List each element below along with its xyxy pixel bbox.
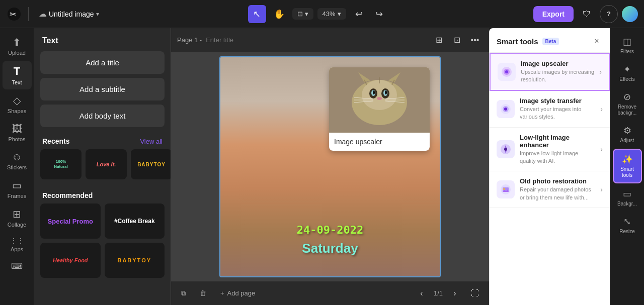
sidebar-item-photos[interactable]: 🖼 Photos (3, 119, 32, 146)
recent-item-love[interactable]: Love it. (86, 149, 127, 179)
fullscreen-button[interactable]: ⛶ (467, 285, 483, 301)
main-area: ⬆ Upload T Text ◇ Shapes 🖼 Photos ☺ Stic… (0, 28, 644, 305)
page-title-input[interactable] (206, 36, 290, 44)
cat-card[interactable]: Image upscaler (329, 67, 430, 151)
adjust-button[interactable]: ⚙ Adjust (613, 121, 642, 148)
sidebar-item-collage[interactable]: ⊞ Collage (3, 204, 32, 232)
add-page-button[interactable]: + Add page (216, 287, 259, 299)
smart-tool-item-photo-restoration[interactable]: Old photo restoration Repair your damage… (490, 171, 610, 208)
canvas-toolbar: Page 1 - ⊞ ⊡ ••• (171, 28, 489, 52)
low-light-title: Low-light image enhancer (520, 134, 595, 149)
sidebar-item-label-frames: Frames (8, 193, 26, 199)
canvas-grid-button[interactable]: ⊡ (449, 32, 465, 48)
canvas-layout-button[interactable]: ⊞ (431, 32, 447, 48)
smart-tools-close-button[interactable]: × (591, 35, 603, 47)
filters-button[interactable]: ◫ Filters (613, 32, 642, 59)
prev-page-button[interactable]: ‹ (414, 285, 430, 301)
rec-item-special-promo[interactable]: Special Promo (40, 204, 101, 239)
adjust-icon: ⚙ (623, 125, 631, 136)
view-all-button[interactable]: View all (140, 138, 163, 145)
remove-bg-icon: ⊘ (623, 91, 631, 103)
recent-item-natural[interactable]: 100%Natural (40, 149, 82, 179)
sidebar-item-keyboard[interactable]: ⌨ (3, 257, 32, 275)
filters-icon: ◫ (623, 36, 631, 47)
right-sidebar: ◫ Filters ✦ Effects ⊘ Removebackgr... ⚙ … (610, 28, 644, 305)
canvas-more-button[interactable]: ••• (467, 32, 483, 48)
delete-page-button[interactable]: 🗑 (196, 287, 210, 299)
topbar: ✂ ☁ Untitled image ▾ ↖ ✋ ⊡ ▾ 43% ▾ ↩ ↪ E… (0, 0, 644, 28)
pointer-tool-button[interactable]: ↖ (248, 5, 266, 23)
duplicate-page-button[interactable]: ⧉ (177, 287, 190, 299)
smart-tool-item-style-transfer[interactable]: Image style transfer Convert your images… (490, 91, 610, 128)
left-icon-sidebar: ⬆ Upload T Text ◇ Shapes 🖼 Photos ☺ Stic… (0, 28, 34, 305)
zoom-value: 43% (323, 10, 336, 18)
document-name: Untitled image (49, 10, 94, 18)
cat-label: Image upscaler (329, 133, 430, 151)
sidebar-item-shapes[interactable]: ◇ Shapes (3, 90, 32, 118)
sidebar-item-frames[interactable]: ▭ Frames (3, 175, 32, 203)
recent-natural-text: 100%Natural (54, 159, 68, 169)
photo-restoration-title: Old photo restoration (520, 177, 595, 185)
photo-restoration-icon (497, 180, 515, 198)
panel-title: Text (34, 28, 171, 51)
recent-item-babytoy[interactable]: BABYTOY (131, 149, 171, 179)
low-light-icon (497, 140, 515, 158)
rec-item-healthy-food[interactable]: Healthy Food (40, 243, 101, 278)
smart-tools-title: Smart tools Beta (497, 37, 559, 46)
style-transfer-text: Image style transfer Convert your images… (520, 97, 595, 121)
shield-button[interactable]: 🛡 (578, 5, 596, 23)
chevron-right-icon-2: › (600, 105, 603, 113)
background-icon: ▭ (623, 188, 631, 199)
canvas-image[interactable]: 24-09-2022 Saturday (219, 56, 441, 277)
remove-bg-label: Removebackgr... (618, 104, 637, 116)
canvas-scroll[interactable]: 24-09-2022 Saturday (171, 52, 489, 281)
resize-button[interactable]: ⤡ Resize (613, 212, 642, 239)
undo-button[interactable]: ↩ (350, 5, 368, 23)
canvas-area: Page 1 - ⊞ ⊡ ••• 24-09-2022 Saturday (171, 28, 489, 305)
image-upscaler-text: Image upscaler Upscale images by increas… (521, 60, 594, 84)
style-transfer-desc: Convert your images into various styles. (520, 106, 595, 121)
sidebar-item-text[interactable]: T Text (3, 61, 32, 89)
redo-button[interactable]: ↪ (370, 5, 388, 23)
background-button[interactable]: ▭ Backgr... (613, 184, 642, 211)
smart-tools-sidebar-button[interactable]: ✨ Smarttools (613, 149, 642, 183)
svg-point-33 (503, 188, 505, 190)
avatar[interactable] (622, 6, 638, 22)
next-page-button[interactable]: › (447, 285, 463, 301)
help-button[interactable]: ? (600, 5, 618, 23)
resize-icon: ⤡ (623, 216, 631, 227)
sidebar-item-label-shapes: Shapes (8, 108, 26, 114)
smart-tools-icon: ✨ (622, 154, 633, 165)
remove-background-button[interactable]: ⊘ Removebackgr... (613, 87, 642, 120)
add-page-icon: + (220, 289, 224, 297)
svg-text:✂: ✂ (10, 10, 16, 19)
topbar-divider (28, 7, 29, 21)
stickers-icon: ☺ (12, 151, 22, 163)
add-title-button[interactable]: Add a title (40, 51, 165, 74)
rec-babytoy2-text: BABYTOY (117, 257, 151, 263)
sidebar-item-apps[interactable]: ⋮⋮ Apps (3, 233, 32, 256)
effects-button[interactable]: ✦ Effects (613, 60, 642, 86)
export-button[interactable]: Export (533, 6, 574, 22)
sidebar-item-upload[interactable]: ⬆ Upload (3, 32, 32, 60)
rec-item-coffee-break[interactable]: #Coffee Break (105, 204, 165, 239)
smart-tool-item-low-light[interactable]: Low-light image enhancer Improve low-lig… (490, 128, 610, 172)
page-label: Page 1 - (177, 36, 202, 44)
sidebar-item-stickers[interactable]: ☺ Stickers (3, 147, 32, 174)
topbar-right: Export 🛡 ? (533, 5, 638, 23)
frame-selector[interactable]: ⊡ ▾ (292, 8, 313, 20)
document-menu[interactable]: ☁ Untitled image ▾ (35, 7, 103, 21)
sidebar-item-label-photos: Photos (8, 136, 25, 142)
add-subtitle-button[interactable]: Add a subtitle (40, 78, 165, 100)
smart-tool-item-image-upscaler[interactable]: Image upscaler Upscale images by increas… (490, 53, 610, 91)
hand-tool-button[interactable]: ✋ (270, 5, 288, 23)
recommended-label: Recommended (42, 191, 93, 199)
rec-item-babytoy2[interactable]: BABYTOY (105, 243, 165, 278)
svg-point-30 (504, 148, 507, 151)
add-body-button[interactable]: Add body text (40, 105, 165, 127)
recent-babytoy-text: BABYTOY (137, 162, 166, 167)
background-label: Backgr... (617, 201, 637, 207)
cat-image (329, 67, 430, 133)
frame-chevron-icon: ▾ (305, 10, 308, 18)
zoom-control[interactable]: 43% ▾ (317, 8, 346, 20)
